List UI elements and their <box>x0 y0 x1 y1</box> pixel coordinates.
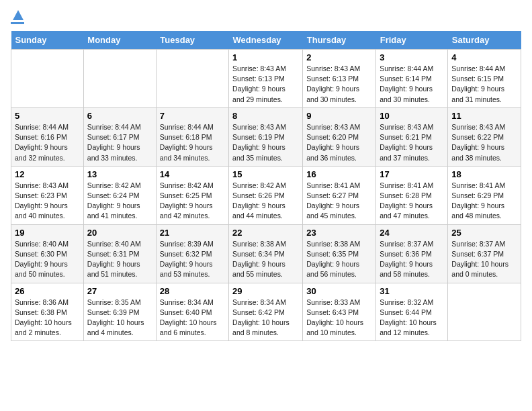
day-info: Sunrise: 8:41 AM Sunset: 6:29 PM Dayligh… <box>451 181 517 222</box>
logo <box>11 11 24 24</box>
calendar-cell: 28Sunrise: 8:34 AM Sunset: 6:40 PM Dayli… <box>156 283 228 341</box>
page-header <box>11 11 521 24</box>
calendar-cell: 5Sunrise: 8:44 AM Sunset: 6:16 PM Daylig… <box>11 107 84 166</box>
day-info: Sunrise: 8:42 AM Sunset: 6:24 PM Dayligh… <box>87 181 152 222</box>
day-info: Sunrise: 8:43 AM Sunset: 6:22 PM Dayligh… <box>451 122 517 163</box>
calendar-cell: 7Sunrise: 8:44 AM Sunset: 6:18 PM Daylig… <box>156 107 228 166</box>
calendar-week-2: 5Sunrise: 8:44 AM Sunset: 6:16 PM Daylig… <box>11 107 521 166</box>
calendar-cell: 11Sunrise: 8:43 AM Sunset: 6:22 PM Dayli… <box>448 107 521 166</box>
calendar-cell: 19Sunrise: 8:40 AM Sunset: 6:30 PM Dayli… <box>11 224 84 283</box>
day-number: 4 <box>451 52 517 62</box>
calendar-header-row: SundayMondayTuesdayWednesdayThursdayFrid… <box>11 31 521 50</box>
calendar-header-thursday: Thursday <box>303 31 376 50</box>
day-number: 18 <box>451 169 517 179</box>
day-number: 31 <box>380 286 444 296</box>
calendar-header-monday: Monday <box>83 31 156 50</box>
day-number: 7 <box>160 111 225 121</box>
calendar-header-tuesday: Tuesday <box>156 31 228 50</box>
calendar-week-1: 1Sunrise: 8:43 AM Sunset: 6:13 PM Daylig… <box>11 50 521 108</box>
day-number: 20 <box>87 228 152 238</box>
calendar-cell: 3Sunrise: 8:44 AM Sunset: 6:14 PM Daylig… <box>376 50 448 108</box>
calendar-cell: 1Sunrise: 8:43 AM Sunset: 6:13 PM Daylig… <box>229 50 303 108</box>
calendar-cell: 21Sunrise: 8:39 AM Sunset: 6:32 PM Dayli… <box>156 224 228 283</box>
calendar-cell: 23Sunrise: 8:38 AM Sunset: 6:35 PM Dayli… <box>303 224 376 283</box>
calendar-header-sunday: Sunday <box>11 31 84 50</box>
day-info: Sunrise: 8:36 AM Sunset: 6:38 PM Dayligh… <box>15 298 80 338</box>
calendar-cell <box>11 50 84 108</box>
day-number: 3 <box>380 52 444 62</box>
day-info: Sunrise: 8:44 AM Sunset: 6:14 PM Dayligh… <box>380 64 444 105</box>
calendar-cell: 15Sunrise: 8:42 AM Sunset: 6:26 PM Dayli… <box>229 166 303 224</box>
calendar-cell: 18Sunrise: 8:41 AM Sunset: 6:29 PM Dayli… <box>448 166 521 224</box>
calendar-cell <box>156 50 228 108</box>
day-info: Sunrise: 8:38 AM Sunset: 6:35 PM Dayligh… <box>306 239 372 280</box>
calendar-cell: 31Sunrise: 8:32 AM Sunset: 6:44 PM Dayli… <box>376 283 448 341</box>
calendar-cell: 24Sunrise: 8:37 AM Sunset: 6:36 PM Dayli… <box>376 224 448 283</box>
day-info: Sunrise: 8:34 AM Sunset: 6:42 PM Dayligh… <box>232 298 299 338</box>
day-info: Sunrise: 8:44 AM Sunset: 6:15 PM Dayligh… <box>451 64 517 105</box>
day-info: Sunrise: 8:40 AM Sunset: 6:31 PM Dayligh… <box>87 239 152 280</box>
calendar-cell: 4Sunrise: 8:44 AM Sunset: 6:15 PM Daylig… <box>448 50 521 108</box>
day-info: Sunrise: 8:44 AM Sunset: 6:18 PM Dayligh… <box>160 122 225 163</box>
day-info: Sunrise: 8:37 AM Sunset: 6:37 PM Dayligh… <box>451 239 517 280</box>
calendar-cell: 20Sunrise: 8:40 AM Sunset: 6:31 PM Dayli… <box>83 224 156 283</box>
calendar-table: SundayMondayTuesdayWednesdayThursdayFrid… <box>11 31 521 341</box>
day-info: Sunrise: 8:44 AM Sunset: 6:16 PM Dayligh… <box>15 122 80 163</box>
day-info: Sunrise: 8:42 AM Sunset: 6:26 PM Dayligh… <box>232 181 299 222</box>
day-number: 2 <box>306 52 372 62</box>
logo-name <box>11 11 24 24</box>
calendar-cell: 26Sunrise: 8:36 AM Sunset: 6:38 PM Dayli… <box>11 283 84 341</box>
day-number: 9 <box>306 111 372 121</box>
day-number: 24 <box>380 228 444 238</box>
calendar-cell <box>83 50 156 108</box>
calendar-cell: 22Sunrise: 8:38 AM Sunset: 6:34 PM Dayli… <box>229 224 303 283</box>
calendar-cell: 16Sunrise: 8:41 AM Sunset: 6:27 PM Dayli… <box>303 166 376 224</box>
calendar-header-wednesday: Wednesday <box>229 31 303 50</box>
day-info: Sunrise: 8:35 AM Sunset: 6:39 PM Dayligh… <box>87 298 152 338</box>
calendar-cell: 12Sunrise: 8:43 AM Sunset: 6:23 PM Dayli… <box>11 166 84 224</box>
day-number: 11 <box>451 111 517 121</box>
day-number: 8 <box>232 111 299 121</box>
calendar-cell: 14Sunrise: 8:42 AM Sunset: 6:25 PM Dayli… <box>156 166 228 224</box>
day-info: Sunrise: 8:34 AM Sunset: 6:40 PM Dayligh… <box>160 298 225 338</box>
day-info: Sunrise: 8:43 AM Sunset: 6:19 PM Dayligh… <box>232 122 299 163</box>
calendar-week-4: 19Sunrise: 8:40 AM Sunset: 6:30 PM Dayli… <box>11 224 521 283</box>
logo-icon <box>12 9 24 21</box>
day-number: 29 <box>232 286 299 296</box>
day-number: 17 <box>380 169 444 179</box>
calendar-cell: 8Sunrise: 8:43 AM Sunset: 6:19 PM Daylig… <box>229 107 303 166</box>
day-info: Sunrise: 8:40 AM Sunset: 6:30 PM Dayligh… <box>15 239 80 280</box>
day-number: 5 <box>15 111 80 121</box>
calendar-cell: 6Sunrise: 8:44 AM Sunset: 6:17 PM Daylig… <box>83 107 156 166</box>
day-number: 6 <box>87 111 152 121</box>
day-number: 16 <box>306 169 372 179</box>
day-number: 25 <box>451 228 517 238</box>
day-info: Sunrise: 8:38 AM Sunset: 6:34 PM Dayligh… <box>232 239 299 280</box>
svg-marker-0 <box>13 10 24 20</box>
calendar-cell: 29Sunrise: 8:34 AM Sunset: 6:42 PM Dayli… <box>229 283 303 341</box>
day-info: Sunrise: 8:42 AM Sunset: 6:25 PM Dayligh… <box>160 181 225 222</box>
day-number: 13 <box>87 169 152 179</box>
day-number: 26 <box>15 286 80 296</box>
day-number: 14 <box>160 169 225 179</box>
day-number: 21 <box>160 228 225 238</box>
day-info: Sunrise: 8:37 AM Sunset: 6:36 PM Dayligh… <box>380 239 444 280</box>
day-number: 1 <box>232 52 299 62</box>
day-info: Sunrise: 8:32 AM Sunset: 6:44 PM Dayligh… <box>380 298 444 338</box>
day-number: 22 <box>232 228 299 238</box>
calendar-header-friday: Friday <box>376 31 448 50</box>
day-number: 28 <box>160 286 225 296</box>
calendar-cell: 30Sunrise: 8:33 AM Sunset: 6:43 PM Dayli… <box>303 283 376 341</box>
day-info: Sunrise: 8:41 AM Sunset: 6:28 PM Dayligh… <box>380 181 444 222</box>
day-info: Sunrise: 8:39 AM Sunset: 6:32 PM Dayligh… <box>160 239 225 280</box>
calendar-header-saturday: Saturday <box>448 31 521 50</box>
day-number: 10 <box>380 111 444 121</box>
logo-underline <box>11 22 24 24</box>
calendar-cell: 17Sunrise: 8:41 AM Sunset: 6:28 PM Dayli… <box>376 166 448 224</box>
day-number: 12 <box>15 169 80 179</box>
calendar-cell <box>448 283 521 341</box>
day-info: Sunrise: 8:43 AM Sunset: 6:20 PM Dayligh… <box>306 122 372 163</box>
calendar-cell: 27Sunrise: 8:35 AM Sunset: 6:39 PM Dayli… <box>83 283 156 341</box>
day-number: 15 <box>232 169 299 179</box>
calendar-week-5: 26Sunrise: 8:36 AM Sunset: 6:38 PM Dayli… <box>11 283 521 341</box>
